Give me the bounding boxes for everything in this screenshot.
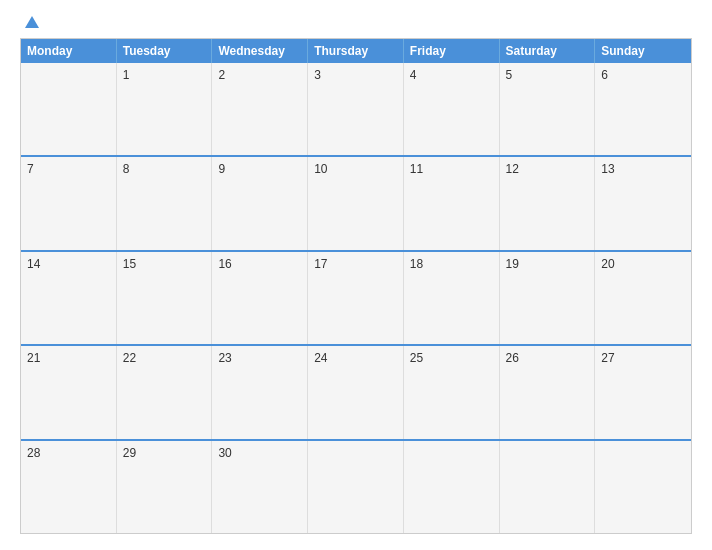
day-number: 18	[410, 257, 423, 271]
calendar-day-19: 19	[500, 252, 596, 344]
calendar-day-21: 21	[21, 346, 117, 438]
weekday-header-saturday: Saturday	[500, 39, 596, 63]
day-number: 10	[314, 162, 327, 176]
day-number: 9	[218, 162, 225, 176]
day-number: 11	[410, 162, 423, 176]
calendar-page: MondayTuesdayWednesdayThursdayFridaySatu…	[0, 0, 712, 550]
calendar-day-empty	[404, 441, 500, 533]
day-number: 2	[218, 68, 225, 82]
day-number: 8	[123, 162, 130, 176]
day-number: 17	[314, 257, 327, 271]
day-number: 6	[601, 68, 608, 82]
day-number: 22	[123, 351, 136, 365]
day-number: 13	[601, 162, 614, 176]
logo-blue-text	[20, 16, 39, 28]
weekday-header-monday: Monday	[21, 39, 117, 63]
day-number: 16	[218, 257, 231, 271]
calendar-day-5: 5	[500, 63, 596, 155]
calendar-week-2: 78910111213	[21, 155, 691, 249]
calendar-day-14: 14	[21, 252, 117, 344]
day-number: 14	[27, 257, 40, 271]
calendar-day-18: 18	[404, 252, 500, 344]
calendar-day-empty	[500, 441, 596, 533]
day-number: 20	[601, 257, 614, 271]
day-number: 28	[27, 446, 40, 460]
day-number: 3	[314, 68, 321, 82]
logo-triangle-icon	[25, 16, 39, 28]
calendar-day-10: 10	[308, 157, 404, 249]
calendar-day-23: 23	[212, 346, 308, 438]
day-number: 15	[123, 257, 136, 271]
calendar-day-30: 30	[212, 441, 308, 533]
day-number: 27	[601, 351, 614, 365]
day-number: 29	[123, 446, 136, 460]
calendar-day-13: 13	[595, 157, 691, 249]
calendar-day-9: 9	[212, 157, 308, 249]
calendar-week-1: 123456	[21, 63, 691, 155]
calendar-day-15: 15	[117, 252, 213, 344]
day-number: 24	[314, 351, 327, 365]
calendar-day-20: 20	[595, 252, 691, 344]
calendar-header-row: MondayTuesdayWednesdayThursdayFridaySatu…	[21, 39, 691, 63]
calendar-day-6: 6	[595, 63, 691, 155]
day-number: 12	[506, 162, 519, 176]
calendar-week-3: 14151617181920	[21, 250, 691, 344]
day-number: 7	[27, 162, 34, 176]
calendar-week-4: 21222324252627	[21, 344, 691, 438]
calendar-body: 1234567891011121314151617181920212223242…	[21, 63, 691, 533]
calendar-day-3: 3	[308, 63, 404, 155]
weekday-header-wednesday: Wednesday	[212, 39, 308, 63]
calendar-day-7: 7	[21, 157, 117, 249]
day-number: 30	[218, 446, 231, 460]
day-number: 26	[506, 351, 519, 365]
calendar-day-27: 27	[595, 346, 691, 438]
calendar-day-22: 22	[117, 346, 213, 438]
weekday-header-sunday: Sunday	[595, 39, 691, 63]
calendar-day-empty	[21, 63, 117, 155]
calendar-day-8: 8	[117, 157, 213, 249]
day-number: 4	[410, 68, 417, 82]
calendar-day-24: 24	[308, 346, 404, 438]
day-number: 1	[123, 68, 130, 82]
logo	[20, 16, 39, 28]
calendar-day-2: 2	[212, 63, 308, 155]
weekday-header-thursday: Thursday	[308, 39, 404, 63]
calendar-day-29: 29	[117, 441, 213, 533]
day-number: 5	[506, 68, 513, 82]
calendar-day-28: 28	[21, 441, 117, 533]
calendar-day-empty	[595, 441, 691, 533]
day-number: 23	[218, 351, 231, 365]
weekday-header-tuesday: Tuesday	[117, 39, 213, 63]
calendar-day-16: 16	[212, 252, 308, 344]
calendar-day-12: 12	[500, 157, 596, 249]
calendar-week-5: 282930	[21, 439, 691, 533]
header	[20, 16, 692, 28]
calendar-day-4: 4	[404, 63, 500, 155]
calendar-day-empty	[308, 441, 404, 533]
day-number: 25	[410, 351, 423, 365]
day-number: 19	[506, 257, 519, 271]
calendar-day-17: 17	[308, 252, 404, 344]
weekday-header-friday: Friday	[404, 39, 500, 63]
calendar-day-11: 11	[404, 157, 500, 249]
day-number: 21	[27, 351, 40, 365]
calendar-day-25: 25	[404, 346, 500, 438]
calendar-day-1: 1	[117, 63, 213, 155]
calendar-day-26: 26	[500, 346, 596, 438]
calendar-grid: MondayTuesdayWednesdayThursdayFridaySatu…	[20, 38, 692, 534]
